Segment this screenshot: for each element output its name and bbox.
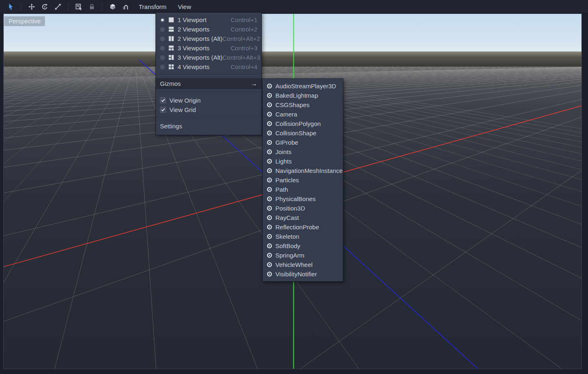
gizmo-item-reflectionprobe[interactable]: ReflectionProbe [263, 222, 343, 232]
option-label: 3 Viewports [178, 45, 210, 52]
select-arrow-icon [7, 3, 14, 10]
gizmo-label: VisibilityNotifier [275, 271, 317, 278]
gizmo-item-audiostreamplayer3d[interactable]: AudioStreamPlayer3D [263, 81, 343, 91]
gizmo-label: CSGShapes [275, 101, 309, 108]
toolbar: Transform View [0, 0, 588, 13]
menu-item-settings[interactable]: Settings [156, 121, 261, 131]
gizmo-label: Skeleton [275, 233, 299, 240]
snap-toggle-button[interactable] [119, 1, 132, 12]
viewport-option-2-viewports-alt[interactable]: 2 Viewports (Alt)Control+Alt+2 [156, 34, 261, 43]
gizmo-label: CollisionPolygon [275, 120, 321, 127]
select-tool-button[interactable] [5, 1, 17, 12]
viewport-option-1-viewport[interactable]: 1 ViewportControl+1 [156, 15, 261, 25]
gizmo-item-csgshapes[interactable]: CSGShapes [263, 100, 343, 110]
gizmo-label: AudioStreamPlayer3D [275, 83, 336, 90]
gizmo-label: VehicleWheel [275, 261, 313, 268]
viewport-option-3-viewports[interactable]: 3 ViewportsControl+3 [156, 43, 261, 53]
gizmos-submenu: AudioStreamPlayer3DBakedLightmapCSGShape… [262, 78, 343, 282]
gizmo-label: NavigationMeshInstance [275, 167, 342, 174]
option-label: 4 Viewports [178, 63, 210, 70]
gizmo-item-particles[interactable]: Particles [263, 175, 343, 185]
option-label: 2 Viewports (Alt) [178, 35, 223, 42]
radio-icon [160, 65, 165, 69]
local-space-toggle-button[interactable] [106, 1, 119, 12]
gizmo-item-position3d[interactable]: Position3D [263, 204, 343, 213]
menu-view[interactable]: View [173, 1, 196, 12]
list-select-tool-button[interactable] [72, 1, 85, 12]
scale-icon [54, 3, 61, 10]
gizmo-item-camera[interactable]: Camera [263, 110, 343, 119]
move-tool-button[interactable] [25, 1, 38, 12]
checkbox-checked-icon [160, 107, 166, 113]
menu-item-view-grid[interactable]: View Grid [156, 105, 261, 114]
option-shortcut: Control+4 [210, 63, 257, 70]
gizmo-label: Position3D [275, 205, 305, 212]
gizmo-item-giprobe[interactable]: GIProbe [263, 138, 343, 147]
gizmo-item-skeleton[interactable]: Skeleton [263, 232, 343, 241]
lock-selected-tool-button[interactable] [86, 1, 98, 12]
visibility-eye-icon [266, 224, 273, 230]
menu-separator [156, 92, 261, 93]
viewport-option-2-viewports[interactable]: 2 ViewportsControl+2 [156, 25, 261, 34]
visibility-eye-icon [266, 186, 273, 193]
gizmo-item-path[interactable]: Path [263, 185, 343, 194]
gizmo-label: Lights [275, 158, 292, 165]
visibility-eye-icon [266, 168, 273, 174]
rotate-tool-button[interactable] [38, 1, 51, 12]
gizmo-label: PhysicalBones [275, 195, 315, 202]
option-shortcut: Control+3 [210, 45, 257, 52]
perspective-label[interactable]: Perspective [4, 16, 45, 26]
viewport-layout-icon-2h [168, 26, 174, 32]
gizmos-label: Gizmos [160, 80, 181, 87]
option-label: 1 Viewport [178, 16, 207, 23]
gizmo-item-visibilitynotifier[interactable]: VisibilityNotifier [263, 269, 343, 279]
menu-item-view-origin[interactable]: View Origin [156, 96, 261, 105]
gizmo-label: SoftBody [275, 242, 300, 249]
gizmo-item-navigationmeshinstance[interactable]: NavigationMeshInstance [263, 166, 343, 175]
gizmo-item-physicalbones[interactable]: PhysicalBones [263, 194, 343, 204]
menu-separator [156, 74, 261, 75]
horizon-fog-band [3, 52, 582, 67]
visibility-eye-icon [266, 130, 273, 136]
gizmo-item-vehiclewheel[interactable]: VehicleWheel [263, 260, 343, 269]
radio-icon [160, 55, 165, 60]
gizmo-item-springarm[interactable]: SpringArm [263, 251, 343, 260]
option-shortcut: Control+2 [210, 26, 257, 33]
radio-icon [160, 27, 165, 32]
gizmo-item-collisionshape[interactable]: CollisionShape [263, 128, 343, 138]
scale-tool-button[interactable] [52, 1, 64, 12]
menu-transform[interactable]: Transform [134, 1, 171, 12]
menu-item-gizmos[interactable]: Gizmos → [156, 78, 261, 89]
gizmo-item-joints[interactable]: Joints [263, 147, 343, 157]
option-shortcut: Control+Alt+3 [223, 54, 260, 61]
gizmo-item-raycast[interactable]: RayCast [263, 213, 343, 222]
magnet-icon [122, 3, 129, 10]
gizmo-item-bakedlightmap[interactable]: BakedLightmap [263, 91, 343, 100]
viewport-option-4-viewports[interactable]: 4 ViewportsControl+4 [156, 62, 261, 72]
gizmo-label: BakedLightmap [275, 92, 318, 99]
visibility-eye-icon [266, 83, 273, 89]
gizmo-item-collisionpolygon[interactable]: CollisionPolygon [263, 119, 343, 128]
visibility-eye-icon [266, 158, 273, 164]
list-select-icon [75, 3, 82, 10]
lock-icon [88, 3, 95, 10]
toggle-label: View Origin [169, 97, 201, 104]
viewport-layout-icon-2v [168, 36, 174, 42]
gizmo-label: ReflectionProbe [275, 224, 319, 231]
option-shortcut: Control+Alt+2 [223, 35, 260, 42]
visibility-eye-icon [266, 243, 273, 249]
gizmo-item-softbody[interactable]: SoftBody [263, 241, 343, 251]
settings-label: Settings [160, 123, 182, 130]
visibility-eye-icon [266, 262, 273, 268]
gizmo-label: CollisionShape [275, 130, 316, 137]
viewport-option-3-viewports-alt[interactable]: 3 Viewports (Alt)Control+Alt+3 [156, 53, 261, 62]
viewport-layout-icon-3l [168, 54, 174, 60]
radio-selected-icon [160, 18, 165, 22]
radio-icon [160, 46, 165, 51]
toolbar-separator [102, 2, 102, 11]
visibility-eye-icon [266, 149, 273, 155]
option-label: 2 Viewports [178, 26, 210, 33]
move-arrows-icon [28, 3, 35, 10]
submenu-arrow-icon: → [181, 80, 257, 87]
gizmo-item-lights[interactable]: Lights [263, 157, 343, 166]
